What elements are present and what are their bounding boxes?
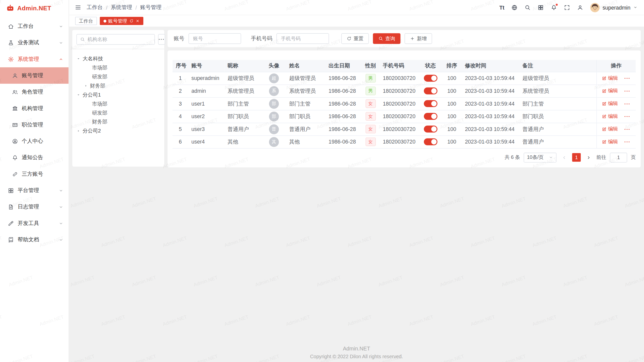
tree-node-label: 分公司1 bbox=[83, 91, 101, 98]
toggle-knob bbox=[431, 88, 436, 94]
org-more-button[interactable]: ··· bbox=[158, 34, 165, 45]
breadcrumb-item-system[interactable]: 系统管理 bbox=[111, 4, 132, 11]
sidebar-item-announcement[interactable]: 通知公告 bbox=[0, 149, 69, 166]
caret-right-icon[interactable] bbox=[84, 84, 88, 88]
more-actions-button[interactable]: ··· bbox=[624, 88, 630, 94]
more-actions-button[interactable]: ··· bbox=[624, 126, 630, 132]
cell-phone: 18020030720 bbox=[380, 84, 419, 97]
edit-button[interactable]: 编辑 bbox=[602, 100, 618, 107]
tab-workbench[interactable]: 工作台 bbox=[75, 17, 97, 25]
tab-account-mgmt[interactable]: 账号管理 bbox=[100, 17, 143, 25]
language-icon[interactable] bbox=[511, 4, 517, 10]
table-row: 3 user1 部门主管 部 部门主管 1986-06-28 女 1802003… bbox=[173, 97, 636, 110]
cell-account: admin bbox=[188, 84, 224, 97]
tree-node-label: 研发部 bbox=[92, 73, 107, 80]
cell-sort: 100 bbox=[442, 84, 462, 97]
user-menu[interactable]: superadmin bbox=[590, 3, 637, 12]
sidebar-item-third-party-account[interactable]: 三方账号 bbox=[0, 166, 69, 182]
tree-node[interactable]: 分公司2 bbox=[76, 126, 160, 135]
next-page-button[interactable] bbox=[584, 153, 593, 162]
sidebar-item-org-mgmt[interactable]: 机构管理 bbox=[0, 100, 69, 116]
status-toggle[interactable] bbox=[424, 138, 437, 145]
more-actions-button[interactable]: ··· bbox=[624, 75, 630, 81]
phone-input[interactable] bbox=[276, 33, 329, 44]
goto-page-input[interactable] bbox=[610, 153, 627, 162]
sidebar-menu: 工作台 业务测试 系统管理 账号管理 角色管理 bbox=[0, 16, 69, 362]
search-button[interactable]: 查询 bbox=[373, 33, 400, 44]
tree-node[interactable]: 大名科技 bbox=[76, 54, 160, 63]
cell-modified: 2023-01-03 10:59:44 bbox=[462, 84, 519, 97]
sidebar-item-help-docs[interactable]: 帮助文档 bbox=[0, 232, 69, 248]
tree-node[interactable]: 财务部 bbox=[76, 117, 160, 126]
sidebar-item-role-mgmt[interactable]: 角色管理 bbox=[0, 84, 69, 100]
cell-avatar: 系 bbox=[262, 84, 286, 97]
status-toggle[interactable] bbox=[424, 75, 437, 82]
more-actions-button[interactable]: ··· bbox=[624, 139, 630, 145]
tree-node[interactable]: 研发部 bbox=[76, 108, 160, 117]
tree-node-label: 大名科技 bbox=[83, 55, 103, 62]
org-search-input[interactable] bbox=[88, 36, 151, 42]
sidebar-item-business-test[interactable]: 业务测试 bbox=[0, 34, 69, 51]
total-count: 共 6 条 bbox=[505, 154, 520, 161]
tree-node[interactable]: 研发部 bbox=[76, 72, 160, 81]
cell-remark: 普通用户 bbox=[519, 135, 596, 148]
edit-button[interactable]: 编辑 bbox=[602, 75, 618, 82]
edit-button[interactable]: 编辑 bbox=[602, 138, 618, 145]
pagination: 共 6 条 10条/页 1 前往 bbox=[173, 148, 636, 165]
sidebar-item-personal-center[interactable]: 个人中心 bbox=[0, 133, 69, 149]
add-button[interactable]: 新增 bbox=[405, 33, 432, 44]
notification-bell[interactable] bbox=[551, 4, 557, 10]
sidebar-item-platform-mgmt[interactable]: 平台管理 bbox=[0, 182, 69, 199]
more-actions-button[interactable]: ··· bbox=[624, 113, 630, 119]
tree-node[interactable]: 分公司1 bbox=[76, 90, 160, 99]
page-number-1[interactable]: 1 bbox=[572, 153, 581, 162]
status-toggle[interactable] bbox=[424, 113, 437, 120]
more-actions-button[interactable]: ··· bbox=[624, 101, 630, 107]
theme-icon[interactable] bbox=[538, 4, 544, 10]
caret-right-icon[interactable] bbox=[76, 129, 80, 133]
edit-button[interactable]: 编辑 bbox=[602, 126, 618, 133]
refresh-tab-icon[interactable] bbox=[129, 19, 133, 23]
caret-down-icon[interactable] bbox=[76, 57, 80, 61]
sidebar-item-workbench[interactable]: 工作台 bbox=[0, 18, 69, 34]
breadcrumb-item-workbench[interactable]: 工作台 bbox=[87, 4, 103, 11]
menu-toggle-icon[interactable] bbox=[75, 4, 81, 11]
sidebar-item-system[interactable]: 系统管理 bbox=[0, 51, 69, 67]
caret-down-icon[interactable] bbox=[76, 93, 80, 97]
account-section: 账号 手机号码 重置 查询 新增 bbox=[168, 30, 641, 359]
tree-node[interactable]: 市场部 bbox=[76, 99, 160, 108]
tree-node[interactable]: 财务部 bbox=[76, 81, 160, 90]
font-size-icon[interactable]: Tt bbox=[499, 4, 504, 10]
fullscreen-icon[interactable] bbox=[564, 4, 570, 10]
sidebar: Admin.NET 工作台 业务测试 系统管理 账号管理 bbox=[0, 0, 69, 362]
status-toggle[interactable] bbox=[424, 126, 437, 133]
sidebar-item-position-mgmt[interactable]: 职位管理 bbox=[0, 117, 69, 133]
close-tab-icon[interactable] bbox=[135, 19, 139, 23]
edit-icon bbox=[602, 88, 607, 94]
goto-label: 前往 bbox=[596, 154, 606, 161]
prev-page-button[interactable] bbox=[560, 153, 569, 162]
status-toggle[interactable] bbox=[424, 100, 437, 107]
cell-nickname: 其他 bbox=[224, 135, 262, 148]
search-icon bbox=[80, 37, 85, 42]
chevron-down-icon bbox=[549, 155, 553, 160]
search-icon[interactable] bbox=[525, 4, 531, 10]
status-toggle[interactable] bbox=[424, 87, 437, 95]
test-icon bbox=[8, 40, 14, 46]
edit-button[interactable]: 编辑 bbox=[602, 113, 618, 120]
org-panel-toolbar: ··· bbox=[76, 34, 160, 45]
col-actions: 操作 bbox=[596, 60, 636, 72]
reset-button[interactable]: 重置 bbox=[341, 33, 369, 44]
sidebar-item-account-mgmt[interactable]: 账号管理 bbox=[0, 67, 69, 84]
sidebar-item-log-mgmt[interactable]: 日志管理 bbox=[0, 199, 69, 215]
sidebar-item-dev-tools[interactable]: 开发工具 bbox=[0, 215, 69, 232]
cell-phone: 18020030720 bbox=[380, 97, 419, 110]
tree-node[interactable]: 市场部 bbox=[76, 63, 160, 72]
profile-icon[interactable] bbox=[577, 4, 583, 10]
page-size-select[interactable]: 10条/页 bbox=[524, 153, 557, 162]
search-icon bbox=[378, 36, 383, 41]
account-input[interactable] bbox=[188, 33, 241, 44]
edit-button[interactable]: 编辑 bbox=[602, 87, 618, 95]
phone-label: 手机号码 bbox=[251, 35, 272, 42]
avatar: 系 bbox=[269, 86, 279, 96]
